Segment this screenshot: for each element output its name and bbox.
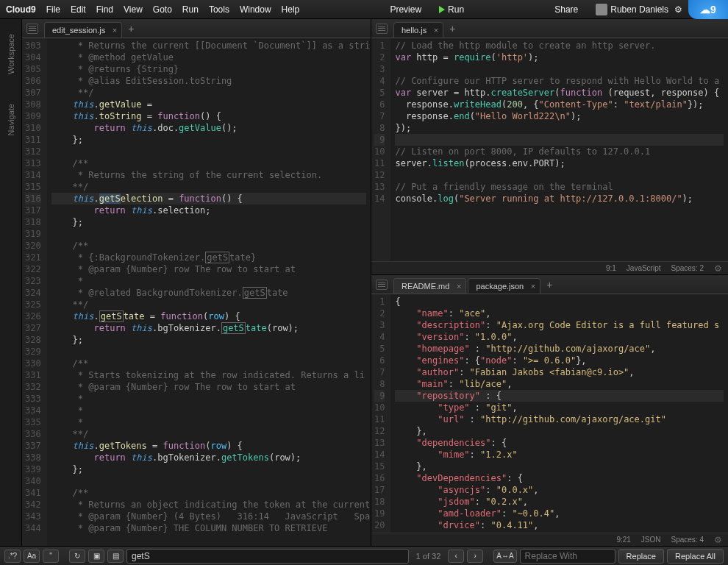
tab-bar-right-bottom: README.md × package.json × + xyxy=(371,275,728,294)
selection-toggle[interactable]: ▣ xyxy=(88,550,104,563)
tab-bar-right-top: hello.js × + xyxy=(371,19,728,38)
pane-menu-icon[interactable] xyxy=(376,280,388,290)
play-icon xyxy=(439,6,445,13)
side-panel-tabs: Workspace Navigate xyxy=(0,19,22,546)
lang-mode[interactable]: JavaScript xyxy=(627,264,661,272)
add-tab-button[interactable]: + xyxy=(546,279,552,291)
menu-tools[interactable]: Tools xyxy=(209,4,229,15)
editor-left[interactable]: 3033043053063073083093103113123133143153… xyxy=(22,38,371,546)
close-icon[interactable]: × xyxy=(434,26,438,35)
spaces[interactable]: Spaces: 2 xyxy=(671,264,704,272)
menu-find[interactable]: Find xyxy=(96,4,113,15)
left-pane: edit_session.js × + 30330430530630730830… xyxy=(22,19,371,546)
search-input[interactable] xyxy=(126,549,409,564)
close-icon[interactable]: × xyxy=(531,282,535,291)
replace-all-button[interactable]: Replace All xyxy=(667,549,724,564)
tab-label: README.md xyxy=(402,282,449,291)
replace-input[interactable] xyxy=(520,549,615,564)
avatar[interactable] xyxy=(596,4,607,15)
statusbar-rt: 9:1 JavaScript Spaces: 2 ⚙ xyxy=(371,261,728,274)
gear-icon[interactable]: ⚙ xyxy=(674,4,682,15)
tab-bar-left: edit_session.js × + xyxy=(22,19,371,38)
tab-readme[interactable]: README.md × xyxy=(393,278,466,294)
right-top-pane: hello.js × + 1234567891011121314 // Load… xyxy=(371,19,728,275)
tab-edit-session[interactable]: edit_session.js × xyxy=(44,22,122,38)
preview-button[interactable]: Preview xyxy=(390,4,421,15)
close-icon[interactable]: × xyxy=(457,282,461,291)
menu-view[interactable]: View xyxy=(124,4,143,15)
menu-window[interactable]: Window xyxy=(240,4,271,15)
preserve-case-toggle[interactable]: A↔A xyxy=(493,550,516,563)
tab-package-json[interactable]: package.json × xyxy=(468,278,540,294)
word-toggle[interactable]: " xyxy=(43,550,59,563)
right-bottom-pane: README.md × package.json × + 12345678910… xyxy=(371,275,728,546)
menubar: Cloud9 FileEditFindViewGotoRunToolsWindo… xyxy=(0,0,728,19)
replace-button[interactable]: Replace xyxy=(618,549,664,564)
logo[interactable]: Cloud9 xyxy=(6,4,36,15)
editor-right-bottom[interactable]: 1234567891011121314151617181920 { "name"… xyxy=(371,294,728,533)
cloud9-badge[interactable]: ☁9 xyxy=(688,0,728,19)
tab-label: hello.js xyxy=(402,26,427,35)
menu-help[interactable]: Help xyxy=(282,4,300,15)
case-toggle[interactable]: Aa xyxy=(24,550,40,563)
main: Workspace Navigate edit_session.js × + 3… xyxy=(0,19,728,546)
wrap-toggle[interactable]: ↻ xyxy=(69,550,85,563)
add-tab-button[interactable]: + xyxy=(449,23,455,35)
cursor-pos: 9:1 xyxy=(606,264,616,272)
statusbar-rb: 9:21 JSON Spaces: 4 ⚙ xyxy=(371,533,728,546)
gear-icon[interactable]: ⚙ xyxy=(714,263,722,274)
highlight-toggle[interactable]: ▤ xyxy=(107,550,124,563)
run-label: Run xyxy=(448,4,464,15)
menu-run[interactable]: Run xyxy=(182,4,199,15)
tab-label: package.json xyxy=(476,282,524,291)
spaces[interactable]: Spaces: 4 xyxy=(671,536,704,544)
regex-toggle[interactable]: .*? xyxy=(4,550,21,563)
pane-menu-icon[interactable] xyxy=(376,24,388,34)
search-counter: 1 of 32 xyxy=(416,552,441,561)
add-tab-button[interactable]: + xyxy=(128,23,134,35)
share-button[interactable]: Share xyxy=(554,4,578,15)
tab-label: edit_session.js xyxy=(52,26,105,35)
editor-right-top[interactable]: 1234567891011121314 // Load the http mod… xyxy=(371,38,728,261)
pane-menu-icon[interactable] xyxy=(26,24,38,34)
run-button[interactable]: Run xyxy=(439,4,464,15)
cursor-pos: 9:21 xyxy=(616,536,630,544)
user-name[interactable]: Ruben Daniels xyxy=(610,4,668,15)
sidetab-navigate[interactable]: Navigate xyxy=(7,104,15,135)
sidetab-workspace[interactable]: Workspace xyxy=(7,34,15,74)
next-match[interactable]: › xyxy=(467,550,483,563)
tab-hello-js[interactable]: hello.js × xyxy=(393,22,443,38)
menu-edit[interactable]: Edit xyxy=(71,4,86,15)
close-icon[interactable]: × xyxy=(113,26,117,35)
menu-goto[interactable]: Goto xyxy=(153,4,172,15)
prev-match[interactable]: ‹ xyxy=(448,550,464,563)
lang-mode[interactable]: JSON xyxy=(641,536,661,544)
gear-icon[interactable]: ⚙ xyxy=(714,535,722,545)
menu-file[interactable]: File xyxy=(46,4,60,15)
search-bar: .*? Aa " ↻ ▣ ▤ 1 of 32 ‹ › A↔A Replace R… xyxy=(0,546,728,565)
